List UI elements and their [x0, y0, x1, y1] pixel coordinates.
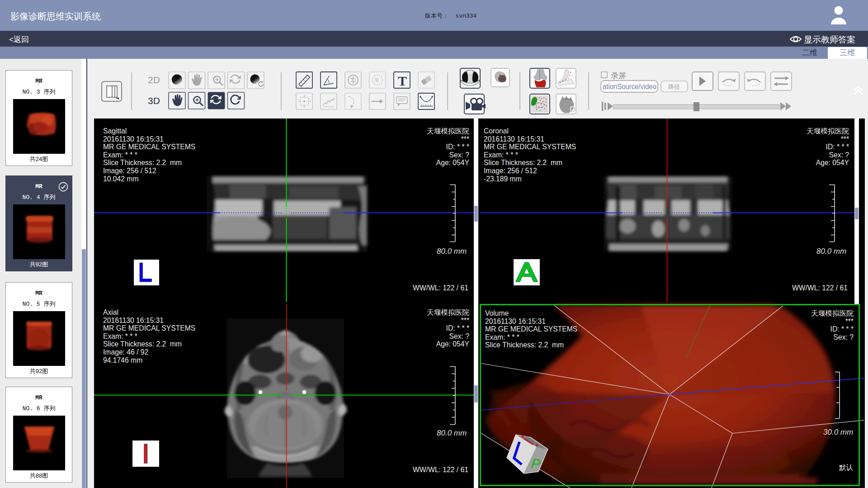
svg-text:D: D [570, 105, 576, 114]
svg-text:2D: 2D [148, 75, 160, 85]
svg-text:录屏: 录屏 [611, 71, 626, 80]
svg-text:3D: 3D [148, 95, 160, 106]
svg-text:ationSource/video: ationSource/video [603, 82, 656, 91]
svg-text:路径: 路径 [668, 83, 680, 90]
svg-text:T: T [398, 73, 407, 88]
